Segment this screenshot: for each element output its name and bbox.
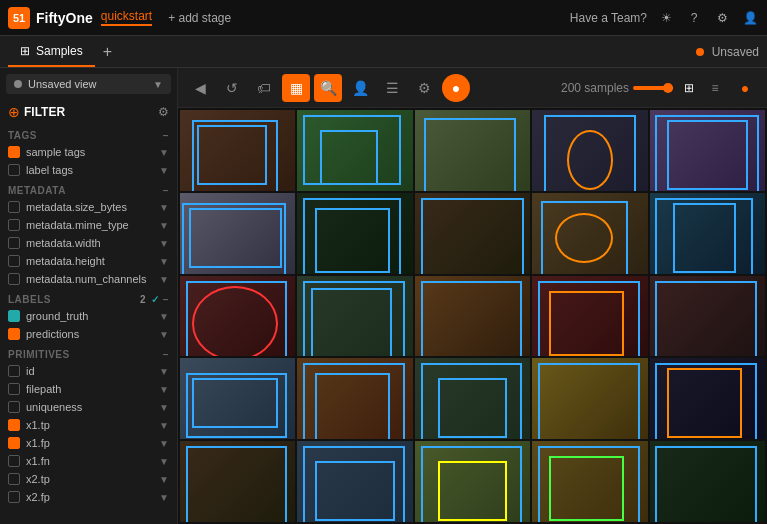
grid-cell-10[interactable] (650, 193, 765, 274)
metadata-collapse-icon[interactable]: − (163, 185, 169, 196)
primitive-filepath-checkbox[interactable] (8, 383, 20, 395)
grid-cell-21[interactable] (180, 441, 295, 522)
grid-cell-6[interactable] (180, 193, 295, 274)
info-icon[interactable]: ? (685, 9, 703, 27)
metadata-size-item[interactable]: metadata.size_bytes ▼ (0, 198, 177, 216)
primitive-id-item[interactable]: id ▼ (0, 362, 177, 380)
grid-cell-2[interactable] (297, 110, 412, 191)
primitive-x1fn-checkbox[interactable] (8, 455, 20, 467)
prev-button[interactable]: ◀ (186, 74, 214, 102)
sun-icon[interactable]: ☀ (657, 9, 675, 27)
person-button[interactable]: 👤 (346, 74, 374, 102)
predictions-item[interactable]: predictions ▼ (0, 325, 177, 343)
primitive-x1fn-expand-icon[interactable]: ▼ (159, 456, 169, 467)
grid-cell-19[interactable] (532, 358, 647, 439)
grid-toggle-button[interactable]: ⊞ (677, 76, 701, 100)
labels-collapse-icon[interactable]: − (163, 294, 169, 305)
metadata-channels-checkbox[interactable] (8, 273, 20, 285)
primitive-x1fp-expand-icon[interactable]: ▼ (159, 438, 169, 449)
list-button[interactable]: ☰ (378, 74, 406, 102)
grid-cell-18[interactable] (415, 358, 530, 439)
grid-cell-16[interactable] (180, 358, 295, 439)
metadata-channels-expand-icon[interactable]: ▼ (159, 274, 169, 285)
primitive-x2fp-item[interactable]: x2.fp ▼ (0, 488, 177, 506)
grid-cell-17[interactable] (297, 358, 412, 439)
grid-cell-9[interactable] (532, 193, 647, 274)
primitive-x2tp-item[interactable]: x2.tp ▼ (0, 470, 177, 488)
grid-cell-8[interactable] (415, 193, 530, 274)
primitive-filepath-expand-icon[interactable]: ▼ (159, 384, 169, 395)
grid-cell-12[interactable] (297, 276, 412, 357)
primitive-x1fp-item[interactable]: x1.fp ▼ (0, 434, 177, 452)
metadata-height-checkbox[interactable] (8, 255, 20, 267)
view-selector[interactable]: Unsaved view ▼ (6, 74, 171, 94)
metadata-width-checkbox[interactable] (8, 237, 20, 249)
grid-cell-3[interactable] (415, 110, 530, 191)
primitive-x2tp-expand-icon[interactable]: ▼ (159, 474, 169, 485)
grid-cell-4[interactable] (532, 110, 647, 191)
primitive-uniqueness-item[interactable]: uniqueness ▼ (0, 398, 177, 416)
primitive-filepath-item[interactable]: filepath ▼ (0, 380, 177, 398)
predictions-checkbox[interactable] (8, 328, 20, 340)
tab-samples[interactable]: ⊞ Samples (8, 36, 95, 67)
have-team-link[interactable]: Have a Team? (570, 11, 647, 25)
grid-cell-22[interactable] (297, 441, 412, 522)
add-stage-button[interactable]: + add stage (168, 11, 231, 25)
grid-cell-24[interactable] (532, 441, 647, 522)
grid-cell-7[interactable] (297, 193, 412, 274)
label-tags-checkbox[interactable] (8, 164, 20, 176)
user-icon[interactable]: 👤 (741, 9, 759, 27)
sample-tags-checkbox[interactable] (8, 146, 20, 158)
grid-cell-14[interactable] (532, 276, 647, 357)
label-tags-item[interactable]: label tags ▼ (0, 161, 177, 179)
search-button[interactable]: 🔍 (314, 74, 342, 102)
grid-cell-23[interactable] (415, 441, 530, 522)
metadata-channels-item[interactable]: metadata.num_channels ▼ (0, 270, 177, 288)
primitive-x1tp-item[interactable]: x1.tp ▼ (0, 416, 177, 434)
quickstart-link[interactable]: quickstart (101, 9, 152, 26)
github-icon[interactable]: ⚙ (713, 9, 731, 27)
primitive-uniqueness-checkbox[interactable] (8, 401, 20, 413)
metadata-width-expand-icon[interactable]: ▼ (159, 238, 169, 249)
primitive-x1fn-item[interactable]: x1.fn ▼ (0, 452, 177, 470)
orange-button[interactable]: ● (442, 74, 470, 102)
sample-tags-item[interactable]: sample tags ▼ (0, 143, 177, 161)
grid-cell-15[interactable] (650, 276, 765, 357)
primitive-x2fp-expand-icon[interactable]: ▼ (159, 492, 169, 503)
sample-tags-expand-icon[interactable]: ▼ (159, 147, 169, 158)
check-all-labels-icon[interactable]: ✓ (151, 294, 160, 305)
tab-add-button[interactable]: + (95, 43, 120, 61)
predictions-expand-icon[interactable]: ▼ (159, 329, 169, 340)
grid-view-button[interactable]: ▦ (282, 74, 310, 102)
settings-button[interactable]: ⚙ (410, 74, 438, 102)
primitive-uniqueness-expand-icon[interactable]: ▼ (159, 402, 169, 413)
grid-cell-11[interactable] (180, 276, 295, 357)
ground-truth-item[interactable]: ground_truth ▼ (0, 307, 177, 325)
metadata-height-item[interactable]: metadata.height ▼ (0, 252, 177, 270)
primitive-id-expand-icon[interactable]: ▼ (159, 366, 169, 377)
metadata-width-item[interactable]: metadata.width ▼ (0, 234, 177, 252)
primitive-x2fp-checkbox[interactable] (8, 491, 20, 503)
tags-collapse-icon[interactable]: − (163, 130, 169, 141)
primitive-x1tp-expand-icon[interactable]: ▼ (159, 420, 169, 431)
metadata-mime-expand-icon[interactable]: ▼ (159, 220, 169, 231)
grid-cell-13[interactable] (415, 276, 530, 357)
list-toggle-button[interactable]: ≡ (703, 76, 727, 100)
label-tags-expand-icon[interactable]: ▼ (159, 165, 169, 176)
filter-gear-icon[interactable]: ⚙ (158, 105, 169, 119)
primitives-collapse-icon[interactable]: − (163, 349, 169, 360)
primitive-x1fp-checkbox[interactable] (8, 437, 20, 449)
metadata-mime-item[interactable]: metadata.mime_type ▼ (0, 216, 177, 234)
primitive-x1tp-checkbox[interactable] (8, 419, 20, 431)
primitive-id-checkbox[interactable] (8, 365, 20, 377)
ground-truth-expand-icon[interactable]: ▼ (159, 311, 169, 322)
tag-button[interactable]: 🏷 (250, 74, 278, 102)
grid-cell-1[interactable] (180, 110, 295, 191)
palette-button[interactable]: ● (731, 74, 759, 102)
refresh-button[interactable]: ↺ (218, 74, 246, 102)
metadata-height-expand-icon[interactable]: ▼ (159, 256, 169, 267)
metadata-size-checkbox[interactable] (8, 201, 20, 213)
grid-cell-25[interactable] (650, 441, 765, 522)
grid-cell-5[interactable] (650, 110, 765, 191)
zoom-slider[interactable] (633, 86, 673, 90)
